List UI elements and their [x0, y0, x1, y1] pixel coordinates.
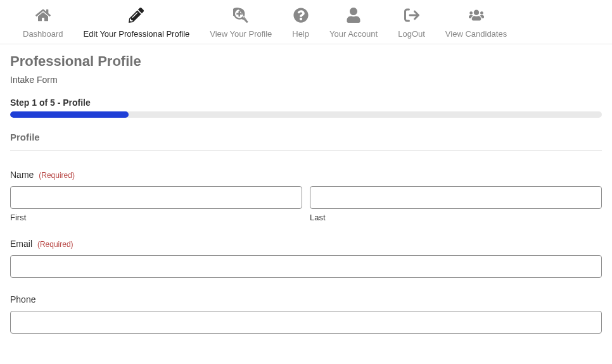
name-required-text: (Required) [39, 171, 75, 180]
section-divider [10, 150, 602, 151]
first-name-sublabel: First [10, 213, 302, 222]
email-label: Email (Required) [10, 239, 602, 249]
question-circle-icon [293, 8, 309, 23]
email-label-text: Email [10, 239, 32, 249]
content-area: Professional Profile Intake Form Step 1 … [0, 44, 612, 359]
nav-help[interactable]: Help [282, 8, 319, 39]
email-required-text: (Required) [37, 240, 73, 249]
nav-label: Help [292, 29, 309, 39]
phone-label: Phone [10, 294, 602, 304]
home-icon [35, 8, 51, 23]
name-label: Name (Required) [10, 170, 602, 180]
search-plus-icon [233, 8, 248, 23]
step-label: Step 1 of 5 - Profile [10, 97, 602, 108]
name-label-text: Name [10, 170, 34, 180]
phone-input[interactable] [10, 311, 602, 334]
user-icon [346, 8, 361, 23]
page-title: Professional Profile [10, 53, 602, 70]
phone-label-text: Phone [10, 294, 35, 304]
nav-edit-profile[interactable]: Edit Your Professional Profile [73, 8, 200, 39]
email-field-group: Email (Required) [10, 239, 602, 278]
last-name-input[interactable] [310, 186, 602, 209]
sign-out-icon [404, 8, 419, 23]
nav-label: LogOut [398, 29, 425, 39]
nav-logout[interactable]: LogOut [388, 8, 435, 39]
nav-label: Your Account [329, 29, 378, 39]
page-subtitle: Intake Form [10, 75, 602, 85]
phone-field-group: Phone [10, 294, 602, 334]
email-input[interactable] [10, 255, 602, 278]
nav-dashboard[interactable]: Dashboard [13, 8, 73, 39]
nav-your-account[interactable]: Your Account [319, 8, 388, 39]
first-name-input[interactable] [10, 186, 302, 209]
users-icon [469, 8, 484, 23]
top-nav: Dashboard Edit Your Professional Profile… [0, 0, 612, 44]
nav-view-profile[interactable]: View Your Profile [200, 8, 282, 39]
nav-label: Edit Your Professional Profile [84, 29, 190, 39]
last-name-sublabel: Last [310, 213, 602, 222]
nav-label: View Your Profile [210, 29, 272, 39]
nav-label: View Candidates [445, 29, 507, 39]
nav-label: Dashboard [23, 29, 63, 39]
pencil-icon [129, 8, 144, 23]
name-field-group: Name (Required) First Last [10, 170, 602, 222]
section-title: Profile [10, 132, 602, 142]
nav-view-candidates[interactable]: View Candidates [435, 8, 517, 39]
progress-fill [10, 111, 129, 118]
progress-bar [10, 111, 602, 118]
